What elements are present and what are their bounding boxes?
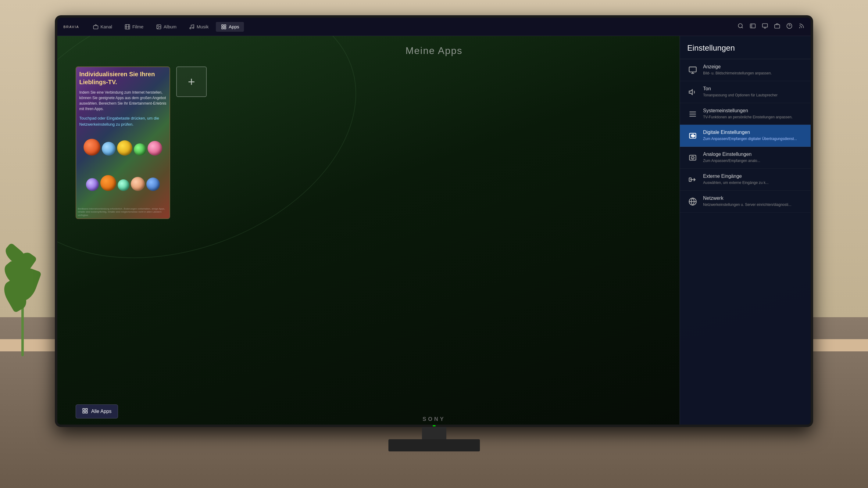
settings-item-network[interactable]: Netzwerk Netzwerkeinstellungen u. Server… [680,191,811,213]
promo-footer: Breitband-Internetverbindung erforderlic… [78,207,168,217]
navigation-bar: BRAVIA Kanal Fil [57,18,811,36]
help-icon-btn[interactable] [786,23,793,30]
digital-desc: Zum Anpassen/Empfangen digitaler Übertra… [703,136,803,142]
music-icon [189,24,195,30]
svg-point-19 [799,27,800,28]
nav-album-label: Album [164,24,177,29]
analog-name: Analoge Einstellungen [703,152,803,157]
settings-item-external[interactable]: Externe Eingänge Auswählen, um externe E… [680,169,811,191]
ton-desc: Tonanpassung und Optionen für Lautsprech… [703,93,803,98]
input-icon-btn[interactable] [750,23,756,30]
globe-icon [687,196,698,207]
settings-item-anzeige[interactable]: Anzeige Bild- u. Bildschirmeinstellungen… [680,59,811,81]
tv-stand-neck [422,427,446,439]
svg-rect-9 [222,25,223,26]
nav-musik-label: Musik [197,24,209,29]
ton-text: Ton Tonanpassung und Optionen für Lautsp… [703,86,803,98]
anzeige-text: Anzeige Bild- u. Bildschirmeinstellungen… [703,64,803,76]
svg-rect-32 [689,178,691,181]
svg-point-13 [738,24,742,28]
svg-rect-23 [86,411,88,413]
tv-stand [389,427,480,451]
tv-frame: BRAVIA Kanal Fil [55,15,813,427]
rss-icon-btn[interactable] [799,23,805,30]
analog-desc: Zum Anpassen/Empfangen analo... [703,158,803,163]
add-icon: + [188,75,195,89]
svg-point-6 [158,26,158,26]
nav-kanal-label: Kanal [101,24,112,29]
svg-text:AT: AT [692,157,694,159]
nav-item-album[interactable]: Album [151,22,182,32]
svg-rect-12 [224,27,226,29]
svg-rect-24 [689,67,696,72]
promo-body: Indem Sie eine Verbindung zum Internet h… [79,90,166,112]
network-text: Netzwerk Netzwerkeinstellungen u. Server… [703,195,803,207]
tv-screen: BRAVIA Kanal Fil [57,18,811,425]
briefcase-icon-btn[interactable] [774,23,780,30]
tv-stand-base [389,439,480,451]
all-apps-label: Alle Apps [91,409,112,414]
svg-rect-20 [83,409,85,410]
digital-text: Digitale Einstellungen Zum Anpassen/Empf… [703,130,803,142]
promo-card: Individualisieren Sie Ihren Lieblings-TV… [75,66,170,219]
sony-logo: SONY [423,416,445,422]
system-text: Systemeinstellungen TV-Funktionen an per… [703,108,803,120]
nav-filme-label: Filme [132,24,144,29]
display-icon-btn[interactable] [762,23,768,30]
all-apps-grid-icon [82,408,88,415]
digital-icon [687,130,698,141]
external-desc: Auswählen, um externe Eingänge zu k... [703,180,803,185]
promo-title: Individualisieren Sie Ihren Lieblings-TV… [79,70,166,86]
nav-item-kanal[interactable]: Kanal [88,22,117,32]
nav-item-apps[interactable]: Apps [216,22,244,32]
plant-decoration [6,234,43,356]
network-name: Netzwerk [703,195,803,201]
external-text: Externe Eingänge Auswählen, um externe E… [703,174,803,185]
anzeige-name: Anzeige [703,64,803,69]
external-name: Externe Eingänge [703,174,803,179]
all-apps-button[interactable]: Alle Apps [75,404,118,419]
film-icon [124,24,130,30]
network-desc: Netzwerkeinstellungen u. Server einricht… [703,202,803,207]
room-background: BRAVIA Kanal Fil [0,0,868,488]
svg-marker-25 [689,90,692,95]
add-app-button[interactable]: + [176,66,207,97]
svg-point-7 [190,27,191,29]
input-port-icon [687,174,698,185]
display-settings-icon [687,65,698,75]
svg-rect-21 [86,409,88,410]
tv-led [433,425,436,426]
settings-item-system[interactable]: Systemeinstellungen TV-Funktionen an per… [680,103,811,125]
anzeige-desc: Bild- u. Bildschirmeinstellungen anpasse… [703,71,803,76]
svg-rect-16 [775,25,780,28]
grid-icon [221,24,227,30]
system-name: Systemeinstellungen [703,108,803,114]
svg-rect-15 [763,24,768,27]
svg-point-8 [192,27,194,28]
settings-title: Einstellungen [680,36,811,59]
search-icon-btn[interactable] [738,23,744,30]
digital-name: Digitale Einstellungen [703,130,803,135]
system-icon [687,109,698,120]
system-desc: TV-Funktionen an persönliche Einstellung… [703,115,803,120]
bottom-bar: Alle Apps [75,404,118,419]
brand-label: BRAVIA [63,25,79,29]
analog-icon: AT [687,152,698,163]
photo-icon [156,24,162,30]
settings-item-ton[interactable]: Ton Tonanpassung und Optionen für Lautsp… [680,81,811,103]
nav-apps-label: Apps [229,24,239,29]
svg-rect-11 [222,27,223,29]
nav-item-musik[interactable]: Musik [184,22,213,32]
svg-rect-10 [224,25,226,26]
analog-text: Analoge Einstellungen Zum Anpassen/Empfa… [703,152,803,163]
promo-balls [76,118,169,194]
settings-item-analog[interactable]: AT Analoge Einstellungen Zum Anpassen/Em… [680,147,811,169]
main-content: Meine Apps Individualisieren Sie Ihren L… [57,36,811,425]
settings-item-digital[interactable]: Digitale Einstellungen Zum Anpassen/Empf… [680,125,811,147]
tv-icon [93,24,99,30]
settings-panel: Einstellungen Anzeige Bild- u. Bildschir… [680,36,811,425]
ton-name: Ton [703,86,803,92]
nav-icon-group [738,23,805,30]
nav-item-filme[interactable]: Filme [120,22,149,32]
speaker-icon [687,87,698,98]
